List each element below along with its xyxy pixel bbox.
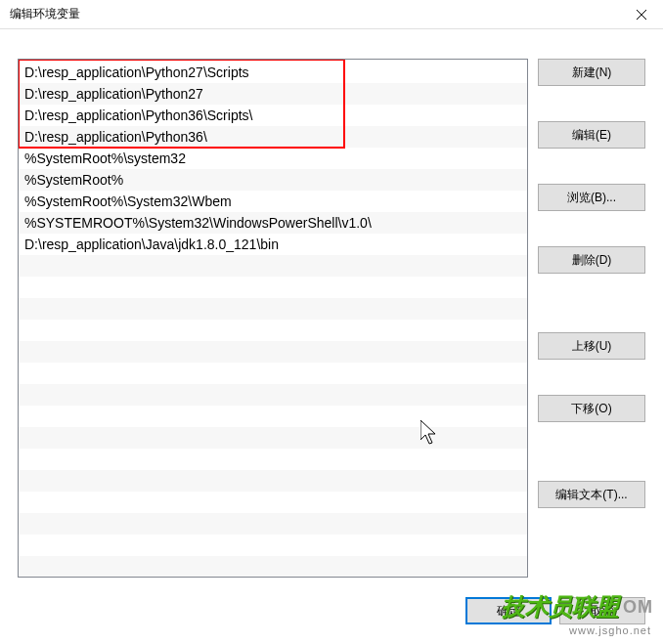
edit-text-button[interactable]: 编辑文本(T)... [538, 481, 645, 508]
list-item[interactable]: %SystemRoot%\system32 [19, 148, 527, 169]
side-buttons: 新建(N) 编辑(E) 浏览(B)... 删除(D) 上移(U) 下移(O) 编… [538, 59, 645, 578]
path-listbox[interactable]: D:\resp_application\Python27\Scripts D:\… [18, 59, 528, 578]
dialog-window: 编辑环境变量 D:\resp_application\Python27\Scri… [0, 0, 663, 644]
list-item[interactable]: D:\resp_application\Python36\Scripts\ [19, 105, 527, 126]
dialog-content: D:\resp_application\Python27\Scripts D:\… [0, 29, 663, 595]
list-item[interactable]: %SystemRoot%\System32\Wbem [19, 191, 527, 212]
close-button[interactable] [619, 0, 663, 29]
edit-button[interactable]: 编辑(E) [538, 121, 645, 149]
listbox-background-rows [19, 255, 527, 577]
titlebar: 编辑环境变量 [0, 0, 663, 29]
list-item[interactable]: D:\resp_application\Python27 [19, 83, 527, 105]
list-item[interactable]: %SystemRoot% [19, 169, 527, 191]
cancel-button[interactable]: 取消 [559, 597, 645, 624]
dialog-footer: 确定 取消 [0, 595, 663, 644]
move-down-button[interactable]: 下移(O) [538, 395, 645, 422]
browse-button[interactable]: 浏览(B)... [538, 184, 645, 211]
list-item[interactable]: %SYSTEMROOT%\System32\WindowsPowerShell\… [19, 212, 527, 234]
delete-button[interactable]: 删除(D) [538, 246, 645, 274]
ok-button[interactable]: 确定 [465, 597, 552, 624]
close-icon [637, 10, 646, 20]
window-title: 编辑环境变量 [10, 6, 80, 22]
list-item[interactable]: D:\resp_application\Java\jdk1.8.0_121\bi… [19, 234, 527, 255]
path-list-items: D:\resp_application\Python27\Scripts D:\… [19, 60, 527, 257]
list-item[interactable]: D:\resp_application\Python27\Scripts [19, 62, 527, 83]
list-item[interactable]: D:\resp_application\Python36\ [19, 126, 527, 148]
move-up-button[interactable]: 上移(U) [538, 332, 645, 360]
new-button[interactable]: 新建(N) [538, 59, 645, 86]
